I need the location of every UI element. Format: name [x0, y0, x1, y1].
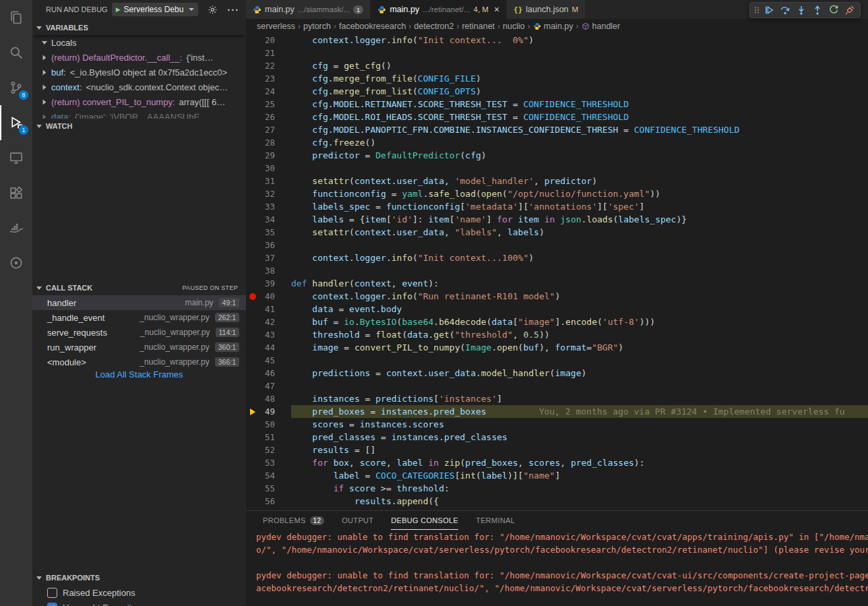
stack-frame-row[interactable]: <module>_nuclio_wrapper.py366:1 — [32, 355, 246, 369]
scope-locals[interactable]: Locals — [32, 35, 246, 50]
step-into-button[interactable] — [793, 3, 809, 18]
step-over-button[interactable] — [777, 3, 793, 18]
editor-gutter[interactable]: 33 — [246, 200, 291, 213]
variable-row[interactable]: (return) DefaultPredictor.__call__: {'in… — [32, 50, 246, 65]
editor-gutter[interactable]: 30 — [246, 162, 291, 175]
editor-gutter[interactable]: 43 — [246, 328, 291, 341]
disconnect-button[interactable] — [842, 3, 858, 18]
code-line-content[interactable] — [291, 162, 868, 175]
breadcrumb-item-handler[interactable]: handler — [582, 22, 621, 31]
editor-gutter[interactable]: 26 — [246, 111, 291, 123]
tab-problems[interactable]: PROBLEMS 12 — [263, 511, 324, 530]
editor-gutter[interactable]: 27 — [246, 123, 291, 136]
checkbox-checked[interactable]: ✓ — [47, 603, 57, 606]
tab-debug-console[interactable]: DEBUG CONSOLE — [391, 511, 458, 530]
breadcrumb-item-main-py[interactable]: main.py — [533, 22, 574, 31]
code-line-content[interactable]: def handler(context, event): — [291, 277, 868, 290]
editor-gutter[interactable]: 32 — [246, 187, 291, 200]
code-line-content[interactable]: labels = {item['id']: item['name'] for i… — [291, 213, 868, 226]
code-line-content[interactable]: cfg.MODEL.PANOPTIC_FPN.COMBINE.INSTANCES… — [291, 123, 868, 136]
code-line-content[interactable]: scores = instances.scores — [291, 418, 868, 431]
code-line-content[interactable]: buf = io.BytesIO(base64.b64decode(data["… — [291, 315, 868, 328]
tab-main-py-siammask[interactable]: main.py .../siammask/... 1 — [246, 0, 371, 19]
editor-gutter[interactable]: 54 — [246, 469, 291, 482]
breadcrumb-item-retinanet[interactable]: retinanet — [462, 22, 495, 31]
code-line-content[interactable]: if score >= threshold: — [291, 482, 868, 495]
activity-source-control[interactable]: 8 — [0, 70, 32, 105]
breakpoint-raised-exceptions[interactable]: Raised Exceptions — [32, 585, 246, 600]
code-editor[interactable]: 20 context.logger.info("Init context... … — [246, 34, 868, 510]
editor-gutter[interactable]: 23 — [246, 72, 291, 85]
variable-row[interactable]: data: {'image': 'iVBOR…AAAANSUhE… — [32, 109, 246, 119]
code-line-content[interactable]: instances = predictions['instances'] — [291, 392, 868, 405]
more-actions-icon[interactable]: ··· — [227, 4, 239, 16]
editor-gutter[interactable]: 31 — [246, 175, 291, 187]
editor-gutter[interactable]: 50 — [246, 418, 291, 431]
breakpoints-section-header[interactable]: BREAKPOINTS — [32, 570, 246, 585]
start-debugging-icon[interactable]: ▶ — [116, 6, 121, 13]
variable-row[interactable]: context: <nuclio_sdk.context.Context obj… — [32, 80, 246, 94]
activity-extensions[interactable] — [0, 175, 32, 210]
code-line-content[interactable]: pred_boxes = instances.pred_boxesYou, 2 … — [291, 405, 868, 418]
gear-icon[interactable] — [208, 5, 218, 15]
editor-gutter[interactable]: 20 — [246, 34, 291, 47]
code-line-content[interactable]: functionconfig = yaml.safe_load(open("/o… — [291, 187, 868, 200]
debug-console-output[interactable]: pydev debugger: unable to find translati… — [256, 531, 868, 595]
stack-frame-row[interactable]: run_wrapper_nuclio_wrapper.py360:1 — [32, 340, 246, 355]
checkbox-unchecked[interactable] — [47, 588, 57, 598]
editor-gutter[interactable]: 48 — [246, 392, 291, 405]
stack-frame-row[interactable]: serve_requests_nuclio_wrapper.py114:1 — [32, 325, 246, 340]
close-tab-icon[interactable]: × — [494, 4, 499, 15]
variable-row[interactable]: buf: <_io.BytesIO object at 0x7f5a2dc1ec… — [32, 65, 246, 80]
editor-gutter[interactable]: 51 — [246, 431, 291, 444]
editor-gutter[interactable]: 39 — [246, 277, 291, 290]
editor-gutter[interactable]: 53 — [246, 456, 291, 469]
editor-gutter[interactable]: 41 — [246, 303, 291, 315]
editor-gutter[interactable]: 40 — [246, 290, 291, 303]
code-line-content[interactable]: setattr(context.user_data, 'model_handle… — [291, 175, 868, 187]
code-line-content[interactable] — [291, 380, 868, 392]
breadcrumb-item-pytorch[interactable]: pytorch — [303, 22, 331, 31]
restart-button[interactable] — [826, 3, 842, 18]
editor-gutter[interactable]: 52 — [246, 444, 291, 456]
editor-gutter[interactable]: 38 — [246, 264, 291, 277]
editor-gutter[interactable]: 49 — [246, 405, 291, 418]
code-line-content[interactable]: label = COCO_CATEGORIES[int(label)]["nam… — [291, 469, 868, 482]
editor-gutter[interactable]: 28 — [246, 136, 291, 149]
editor-gutter[interactable]: 47 — [246, 380, 291, 392]
code-line-content[interactable]: threshold = float(data.get("threshold", … — [291, 328, 868, 341]
code-line-content[interactable]: for box, score, label in zip(pred_boxes,… — [291, 456, 868, 469]
code-line-content[interactable]: cfg.MODEL.ROI_HEADS.SCORE_THRESH_TEST = … — [291, 111, 868, 123]
editor-gutter[interactable]: 42 — [246, 315, 291, 328]
code-line-content[interactable]: labels_spec = functionconfig['metadata']… — [291, 200, 868, 213]
tab-launch-json[interactable]: {} launch.json M — [507, 0, 586, 19]
breadcrumb-item-facebookresearch[interactable]: facebookresearch — [339, 22, 406, 31]
code-line-content[interactable]: results.append({ — [291, 495, 868, 508]
debug-config-dropdown[interactable]: ▶ Serverless Debu — [112, 3, 199, 16]
code-line-content[interactable]: predictions = context.user_data.model_ha… — [291, 367, 868, 380]
code-line-content[interactable] — [291, 264, 868, 277]
activity-docker[interactable] — [0, 210, 32, 245]
drag-handle-icon[interactable] — [752, 3, 761, 18]
variables-section-header[interactable]: VARIABLES — [32, 20, 246, 35]
code-line-content[interactable]: cfg = get_cfg() — [291, 59, 868, 72]
code-line-content[interactable]: setattr(context.user_data, "labels", lab… — [291, 226, 868, 239]
editor-gutter[interactable]: 37 — [246, 251, 291, 264]
editor-gutter[interactable]: 25 — [246, 98, 291, 111]
activity-run-and-debug[interactable]: 1 — [0, 105, 32, 140]
code-line-content[interactable]: cfg.freeze() — [291, 136, 868, 149]
code-line-content[interactable] — [291, 47, 868, 59]
editor-gutter[interactable]: 56 — [246, 495, 291, 508]
watch-section-header[interactable]: WATCH — [32, 119, 246, 133]
editor-gutter[interactable]: 24 — [246, 85, 291, 98]
breadcrumb-item-serverless[interactable]: serverless — [257, 22, 295, 31]
code-line-content[interactable]: cfg.merge_from_file(CONFIG_FILE) — [291, 72, 868, 85]
code-line-content[interactable]: cfg.merge_from_list(CONFIG_OPTS) — [291, 85, 868, 98]
editor-gutter[interactable]: 55 — [246, 482, 291, 495]
stack-frame-row[interactable]: _handle_event_nuclio_wrapper.py262:1 — [32, 310, 246, 325]
code-line-content[interactable]: context.logger.info("Run retinanet-R101 … — [291, 290, 868, 303]
tab-output[interactable]: OUTPUT — [342, 511, 373, 530]
stack-frame-row[interactable]: handlermain.py49:1 — [32, 295, 246, 310]
continue-button[interactable] — [761, 3, 777, 18]
tab-terminal[interactable]: TERMINAL — [476, 511, 515, 530]
